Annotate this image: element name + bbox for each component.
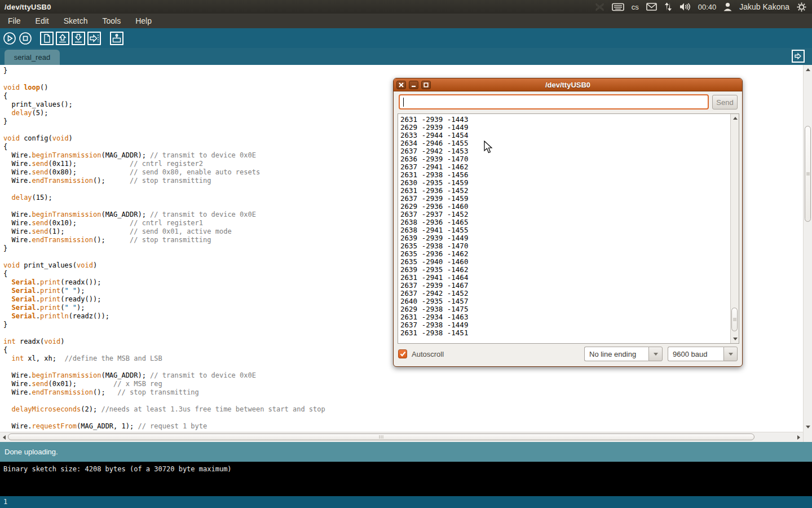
serial-data-line: 2637 -2939 -1459 [400,195,730,203]
console-text: Binary sketch size: 4208 bytes (of a 307… [3,465,232,473]
tab-bar: serial_read [0,48,812,65]
serial-data-line: 2629 -2936 -1460 [400,203,730,211]
volume-icon[interactable] [679,2,691,11]
serial-data-line: 2639 -2935 -1462 [400,266,730,274]
serial-data-line: 2631 -2939 -1443 [400,116,730,124]
mouse-cursor [484,141,494,156]
menu-file[interactable]: File [1,14,28,28]
line-ending-dropdown[interactable]: No line ending [584,347,663,361]
arrow-up-icon [57,33,68,44]
system-tray: cs 00:40 Jakub Kakona [595,2,812,12]
code-line: Wire.send(0x01); // x MSB reg [3,380,803,388]
send-button[interactable]: Send [712,95,738,110]
scroll-down-arrow-icon[interactable] [806,426,810,428]
chevron-down-icon [654,353,658,356]
code-line: } [3,67,803,75]
serial-data-line: 2629 -2939 -1449 [400,124,730,132]
text-caret [403,98,404,107]
arrow-right-icon [89,33,100,44]
serial-output-area[interactable]: 2631 -2939 -14432629 -2939 -14492633 -29… [398,113,739,344]
stop-button[interactable] [19,32,32,45]
code-line [3,414,803,422]
window-minimize-button[interactable] [409,81,418,89]
menubar: File Edit Sketch Tools Help [0,14,812,28]
serial-data-line: 2639 -2939 -1449 [400,234,730,242]
open-button[interactable] [56,32,69,45]
minimize-icon [411,82,416,87]
play-circle-icon [3,32,16,45]
verify-button[interactable] [3,32,16,45]
editor-vertical-scrollbar[interactable] [803,65,812,442]
mail-icon[interactable] [646,3,657,11]
scroll-up-arrow-icon[interactable] [733,117,738,120]
menu-tools[interactable]: Tools [96,14,128,28]
serial-input-field[interactable] [399,94,709,110]
sync-arrows-icon[interactable] [664,2,672,11]
serial-scrollbar[interactable] [730,114,739,343]
scroll-down-arrow-icon[interactable] [733,338,738,340]
toolbar [0,28,812,48]
status-bar: Done uploading. [0,442,812,462]
code-line: delayMicroseconds(2); //needs at least 1… [3,405,803,414]
line-number: 1 [3,498,7,506]
serial-monitor-button[interactable] [110,32,123,45]
serial-data-line: 2637 -2942 -1453 [400,147,730,155]
tab-serial-read[interactable]: serial_read [5,50,60,65]
line-ending-value: No line ending [584,347,648,361]
upload-button[interactable] [87,32,101,45]
tab-label: serial_read [14,53,50,62]
serial-data-line: 2637 -2938 -1449 [400,321,730,329]
send-button-label: Send [716,98,733,107]
scroll-right-arrow-icon[interactable] [797,435,800,440]
serial-data-line: 2635 -2940 -1460 [400,258,730,266]
baud-rate-value: 9600 baud [668,347,723,361]
baud-rate-dropdown[interactable]: 9600 baud [668,347,738,361]
horizontal-scrollbar-thumb[interactable] [8,433,754,440]
serial-monitor-icon [111,33,122,44]
user-name-label[interactable]: Jakub Kakona [739,2,789,11]
clock-label[interactable]: 00:40 [698,3,717,11]
check-icon [400,351,406,357]
new-sketch-button[interactable] [40,32,54,45]
serial-data-line: 2637 -2937 -1452 [400,211,730,218]
editor-horizontal-scrollbar[interactable] [0,432,803,442]
session-gear-icon[interactable] [797,2,806,12]
new-document-icon [41,33,52,44]
dropdown-button[interactable] [648,347,663,361]
code-line: Wire.beginTransmission(MAG_ADDR); // tra… [3,371,803,380]
scroll-up-arrow-icon[interactable] [806,68,810,71]
autoscroll-checkbox[interactable] [398,349,407,358]
serial-scrollbar-thumb[interactable] [731,308,738,331]
serial-data-line: 2637 -2942 -1452 [400,290,730,297]
serial-window-titlebar[interactable]: /dev/ttyUSB0 [394,78,742,91]
serial-output: 2631 -2939 -14432629 -2939 -14492633 -29… [400,116,730,343]
desktop-panel: /dev/ttyUSB0 cs [0,0,812,14]
serial-data-line: 2634 -2946 -1455 [400,139,730,147]
serial-controls-row: Autoscroll No line ending 9600 baud [394,346,742,362]
serial-data-line: 2637 -2941 -1462 [400,163,730,171]
keyboard-layout-label[interactable]: cs [632,3,639,11]
close-icon [399,82,404,87]
serial-data-line: 2631 -2941 -1464 [400,274,730,282]
serial-data-line: 2638 -2941 -1455 [400,226,730,234]
scroll-left-arrow-icon[interactable] [3,435,6,440]
menu-edit[interactable]: Edit [29,14,56,28]
x-emblem-icon[interactable] [595,2,604,12]
menu-help[interactable]: Help [129,14,158,28]
serial-data-line: 2631 -2934 -1463 [400,313,730,321]
dropdown-button[interactable] [723,347,738,361]
menu-sketch[interactable]: Sketch [57,14,95,28]
window-close-button[interactable] [396,81,406,89]
user-icon [723,2,732,11]
serial-data-line: 2636 -2939 -1470 [400,155,730,163]
serial-data-line: 2640 -2935 -1457 [400,297,730,305]
tab-menu-button[interactable] [792,50,805,63]
window-maximize-button[interactable] [421,81,431,89]
keyboard-icon[interactable] [612,3,624,11]
serial-window-title: /dev/ttyUSB0 [394,81,742,89]
code-line [3,397,803,405]
vertical-scrollbar-thumb[interactable] [805,126,811,222]
save-button[interactable] [72,32,85,45]
serial-monitor-window: /dev/ttyUSB0 Send 2631 -2939 -14432629 -… [393,78,743,367]
stop-circle-icon [19,32,32,45]
